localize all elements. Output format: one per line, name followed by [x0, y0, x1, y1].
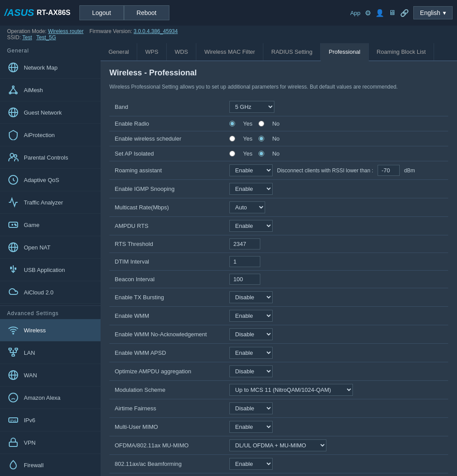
scheduler-no[interactable] — [258, 136, 264, 141]
firmware-label: Firmware Version: — [90, 28, 132, 34]
scheduler-yes[interactable] — [229, 136, 235, 141]
sidebar-item-guest-network[interactable]: Guest Network — [0, 101, 101, 124]
dtim-interval-input[interactable] — [229, 256, 260, 267]
multicast-rate-select[interactable]: Auto 1 2 — [229, 201, 265, 213]
beacon-interval-input[interactable] — [229, 274, 260, 285]
sidebar-item-open-nat[interactable]: Open NAT — [0, 236, 101, 259]
tab-wds[interactable]: WDS — [167, 43, 196, 60]
ssid-2g-link[interactable]: Test — [22, 34, 32, 41]
sidebar-item-ipv6[interactable]: IPv6 IPv6 — [0, 409, 101, 431]
sidebar-item-aiprotection[interactable]: AiProtection — [0, 124, 101, 146]
mu-mimo-select[interactable]: Enable Disable — [229, 421, 273, 433]
sidebar-item-aimesh[interactable]: AiMesh — [0, 79, 101, 101]
setting-row-beacon-interval: Beacon Interval — [109, 271, 448, 288]
sidebar-item-label: USB Application — [24, 267, 65, 273]
setting-label: Enable WMM No-Acknowledgement — [109, 325, 224, 344]
setting-value: Yes No — [224, 131, 448, 146]
sidebar-item-vpn[interactable]: VPN — [0, 431, 101, 454]
page-description: Wireless Professional Setting allows you… — [109, 84, 448, 90]
language-button[interactable]: English ▾ — [413, 6, 453, 19]
logout-button[interactable]: Logout — [79, 5, 124, 20]
header-icons: App ⚙ 👤 🖥 🔗 — [350, 9, 409, 17]
sidebar-item-label: Guest Network — [24, 109, 62, 116]
tab-radius-setting[interactable]: RADIUS Setting — [263, 43, 321, 60]
beamforming-select[interactable]: Enable Disable — [229, 458, 273, 470]
setting-value: Enable Disable — [224, 344, 448, 362]
rts-threshold-input[interactable] — [229, 238, 260, 249]
ap-isolated-no[interactable] — [258, 151, 264, 156]
band-select[interactable]: 2.4 GHz 5 GHz — [229, 101, 274, 113]
setting-value: Enable Disable — [224, 180, 448, 198]
sidebar-item-adaptive-qos[interactable]: Adaptive QoS — [0, 169, 101, 191]
ssid-5g-link[interactable]: Test_5G — [36, 34, 56, 41]
monitor-icon[interactable]: 🖥 — [389, 9, 396, 17]
shield-icon — [7, 129, 19, 141]
setting-value: Enable Disable — [224, 307, 448, 325]
sidebar-item-parental-controls[interactable]: Parental Controls — [0, 146, 101, 169]
sidebar-item-lan[interactable]: LAN — [0, 342, 101, 364]
roaming-rssi-input[interactable] — [378, 165, 400, 176]
sidebar-item-firewall[interactable]: Firewall — [0, 454, 101, 476]
sidebar-item-traffic-analyzer[interactable]: Traffic Analyzer — [0, 191, 101, 214]
igmp-snooping-select[interactable]: Enable Disable — [229, 183, 273, 195]
sidebar-item-label: WAN — [24, 372, 37, 379]
chevron-down-icon: ▾ — [443, 9, 446, 16]
sidebar-item-aicloud[interactable]: AiCloud 2.0 — [0, 281, 101, 304]
setting-value: Enable Disable — [224, 455, 448, 473]
tab-professional[interactable]: Professional — [321, 43, 369, 61]
setting-value: Enable Disable — [224, 217, 448, 235]
sidebar-item-network-map[interactable]: Network Map — [0, 56, 101, 79]
sidebar-item-usb-application[interactable]: USB Application — [0, 259, 101, 281]
enable-radio-yes[interactable] — [229, 121, 235, 126]
setting-label: AMPDU RTS — [109, 217, 224, 235]
enable-radio-no-label: No — [272, 120, 280, 127]
reboot-button[interactable]: Reboot — [124, 5, 169, 20]
sidebar-item-label: IPv6 — [24, 417, 35, 424]
sidebar-general-section: General — [0, 43, 101, 56]
language-label: English — [420, 9, 440, 16]
wmm-apsd-select[interactable]: Enable Disable — [229, 347, 273, 359]
ofdma-mu-mimo-select[interactable]: DL/UL OFDMA + MU-MIMO Disable — [229, 439, 326, 451]
sidebar-item-wan[interactable]: WAN — [0, 364, 101, 387]
roaming-enable-select[interactable]: Enable Disable — [229, 164, 273, 176]
operation-mode-link[interactable]: Wireless router — [48, 28, 84, 34]
wmm-select[interactable]: Enable Disable — [229, 310, 273, 322]
sidebar-item-label: Amazon Alexa — [24, 394, 60, 401]
firmware-link[interactable]: 3.0.0.4.386_45934 — [134, 28, 178, 34]
lan-icon — [7, 346, 19, 359]
tab-general[interactable]: General — [101, 43, 137, 60]
ampdu-rts-select[interactable]: Enable Disable — [229, 220, 273, 232]
tab-wps[interactable]: WPS — [137, 43, 167, 60]
sidebar-item-wireless[interactable]: Wireless — [0, 319, 101, 342]
sidebar-item-label: Game — [24, 222, 39, 228]
setting-row-ofdma-mu-mimo: OFDMA/802.11ax MU-MIMO DL/UL OFDMA + MU-… — [109, 436, 448, 455]
sidebar-item-label: AiProtection — [24, 132, 55, 138]
sidebar-item-amazon-alexa[interactable]: Amazon Alexa — [0, 387, 101, 409]
airtime-fairness-select[interactable]: Enable Disable — [229, 402, 273, 414]
setting-value: Auto 1 2 — [224, 198, 448, 217]
user-icon[interactable]: 👤 — [375, 9, 384, 17]
ampdu-aggregation-select[interactable]: Enable Disable — [229, 365, 273, 377]
asus-logo: /ASUS — [4, 7, 34, 19]
setting-label: Multicast Rate(Mbps) — [109, 198, 224, 217]
setting-row-tx-bursting: Enable TX Bursting Enable Disable — [109, 288, 448, 307]
sidebar-item-label: Open NAT — [24, 244, 50, 251]
setting-row-beamforming: 802.11ax/ac Beamforming Enable Disable — [109, 455, 448, 473]
setting-label: Airtime Fairness — [109, 399, 224, 418]
sidebar-item-game[interactable]: Game — [0, 214, 101, 236]
tx-bursting-select[interactable]: Enable Disable — [229, 291, 273, 303]
gear-icon[interactable]: ⚙ — [365, 9, 371, 17]
parental-icon — [7, 151, 19, 164]
ap-isolated-yes[interactable] — [229, 151, 235, 156]
tab-wireless-mac-filter[interactable]: Wireless MAC Filter — [196, 43, 263, 60]
ap-isolated-yes-label: Yes — [243, 150, 252, 157]
modulation-scheme-select[interactable]: Up to MCS 11 (NitroQAM/1024-QAM) Up to M… — [229, 384, 353, 396]
tab-roaming-block-list[interactable]: Roaming Block List — [369, 43, 434, 60]
svg-rect-26 — [12, 354, 15, 356]
setting-value — [224, 253, 448, 271]
wmm-noack-select[interactable]: Enable Disable — [229, 328, 273, 340]
enable-radio-no[interactable] — [258, 121, 264, 126]
roaming-rssi-unit: dBm — [404, 167, 415, 174]
network-icon[interactable]: 🔗 — [400, 9, 409, 17]
setting-row-wireless-scheduler: Enable wireless scheduler Yes No — [109, 131, 448, 146]
